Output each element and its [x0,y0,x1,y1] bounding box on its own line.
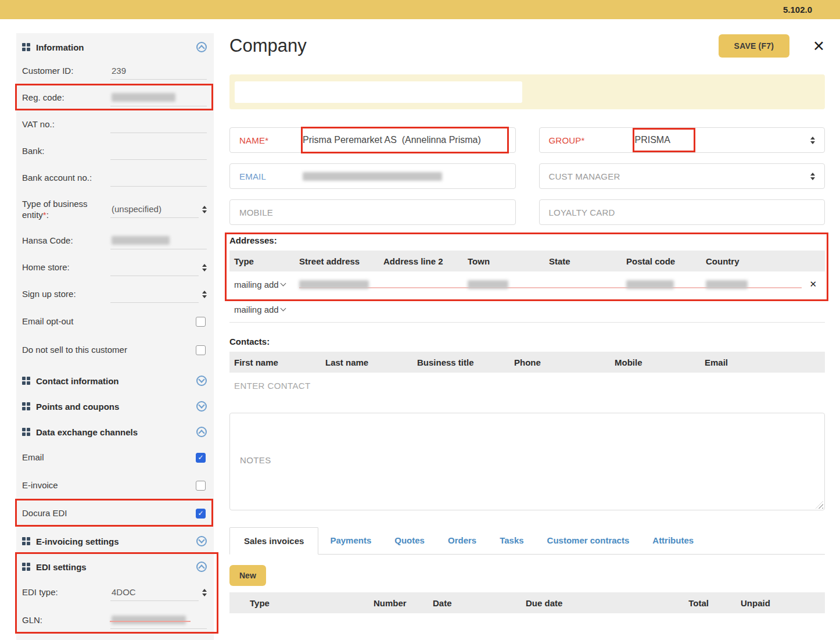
tab-attributes[interactable]: Attributes [641,527,705,554]
field-row-business-entity: Type of business entity*: (unspecified) [21,191,208,227]
col-first-name: First name [234,357,325,367]
col-last-name: Last name [325,357,417,367]
channel-email-label: Email [22,452,44,463]
hansa-code-input[interactable] [110,232,207,249]
enter-contact-placeholder: ENTER CONTACT [234,381,311,391]
stepper-icon[interactable] [202,206,207,213]
col-phone: Phone [514,357,615,367]
resize-grip-icon[interactable] [816,501,823,509]
vat-input[interactable] [110,116,207,133]
grid-icon [22,537,30,545]
email-opt-out-checkbox[interactable] [196,317,206,327]
email-opt-out-label: Email opt-out [22,316,73,327]
bank-account-input[interactable] [110,169,207,187]
grid-icon [22,43,30,51]
col-postal-code: Postal code [626,256,706,266]
sign-up-store-label: Sign up store: [22,288,76,300]
col-date: Date [433,598,526,608]
delete-address-icon[interactable]: ✕ [809,279,817,289]
redacted-postal-code [626,280,674,289]
close-icon[interactable]: ✕ [813,39,825,53]
tab-orders[interactable]: Orders [436,527,488,554]
col-address-line-2: Address line 2 [383,256,468,266]
section-title: Information [36,42,191,52]
col-unpaid: Unpaid [741,598,770,608]
new-invoice-button[interactable]: New [229,565,266,586]
stepper-icon[interactable] [202,589,207,596]
group-value: PRISMA [635,135,670,145]
customer-id-input[interactable]: 239 [110,62,207,80]
field-row-customer-id: Customer ID: 239 [21,58,208,84]
address-type-select[interactable]: mailing add [234,305,285,314]
collapse-up-icon[interactable] [196,427,207,437]
loyalty-card-field[interactable]: LOYALTY CARD [539,199,825,225]
page-title: Company [229,35,307,56]
field-row-channel-email: Email [21,444,208,471]
tab-quotes[interactable]: Quotes [383,527,436,554]
mobile-field[interactable]: MOBILE [229,199,516,225]
business-entity-select[interactable]: (unspecified) [110,201,199,218]
stepper-icon[interactable] [202,264,207,271]
redacted-reg-code [112,93,175,102]
banner-input[interactable] [235,81,522,103]
stepper-icon[interactable] [810,137,815,144]
section-header-points-and-coupons[interactable]: Points and coupons [21,395,208,418]
col-business-title: Business title [417,357,514,367]
section-header-data-exchange[interactable]: Data exchange channels [21,420,208,444]
docura-edi-checkbox[interactable] [196,509,206,519]
section-header-edi-settings[interactable]: EDI settings [21,555,208,578]
home-store-select[interactable] [110,259,199,276]
grid-icon [22,377,30,385]
col-number: Number [374,598,433,608]
stepper-icon[interactable] [202,291,207,298]
section-header-e-invoicing[interactable]: E-invoicing settings [21,530,208,553]
tab-tasks[interactable]: Tasks [488,527,535,554]
channel-email-checkbox[interactable] [196,453,206,463]
gln-label: GLN: [22,614,42,626]
col-total: Total [674,598,709,608]
field-row-gln: GLN: [21,606,208,634]
cust-manager-field[interactable]: CUST MANAGER [539,163,825,189]
field-row-edi-type: EDI type: 4DOC [21,578,208,606]
do-not-sell-checkbox[interactable] [196,345,206,355]
edi-type-select[interactable]: 4DOC [110,584,199,601]
tab-sales-invoices[interactable]: Sales invoices [229,527,318,555]
section-title: Contact information [36,376,191,386]
tab-customer-contracts[interactable]: Customer contracts [536,527,641,554]
collapse-down-icon[interactable] [196,401,207,412]
stepper-icon[interactable] [810,173,815,180]
collapse-down-icon[interactable] [196,376,207,386]
cust-manager-label: CUST MANAGER [549,171,630,181]
loyalty-card-label: LOYALTY CARD [549,208,630,217]
bank-input[interactable] [110,142,207,160]
sign-up-store-select[interactable] [110,285,199,303]
name-field[interactable]: NAME* Prisma Peremarket AS (Annelinna Pr… [229,127,516,153]
addresses-header-row: Type Street address Address line 2 Town … [229,251,825,271]
gln-input[interactable] [110,612,207,629]
notes-textarea[interactable]: NOTES [229,413,825,510]
group-field[interactable]: GROUP* PRISMA [539,127,825,153]
section-header-contact-information[interactable]: Contact information [21,369,208,392]
tab-payments[interactable]: Payments [318,527,383,554]
collapse-up-icon[interactable] [196,562,207,572]
header-actions: SAVE (F7) ✕ [719,34,825,58]
collapse-down-icon[interactable] [196,536,207,546]
name-value: Prisma Peremarket AS (Annelinna Prisma) [303,135,481,145]
address-row-empty: mailing add [229,297,825,323]
col-state: State [549,256,626,266]
field-row-home-store: Home store: [21,254,208,281]
save-button[interactable]: SAVE (F7) [719,34,789,58]
form-row-2: EMAIL CUST MANAGER [229,163,825,189]
section-header-information[interactable]: Information [21,37,208,58]
channel-e-invoice-checkbox[interactable] [196,481,206,491]
enter-contact-row[interactable]: ENTER CONTACT [229,373,825,398]
bank-account-label: Bank account no.: [22,172,92,184]
reg-code-input[interactable] [110,89,207,106]
vat-label: VAT no.: [22,119,55,130]
email-field[interactable]: EMAIL [229,163,516,189]
address-type-select[interactable]: mailing add [234,280,285,289]
col-town: Town [468,256,549,266]
field-row-bank-account: Bank account no.: [21,165,208,191]
collapse-up-icon[interactable] [196,42,207,52]
address-row: mailing add ✕ [229,271,825,297]
